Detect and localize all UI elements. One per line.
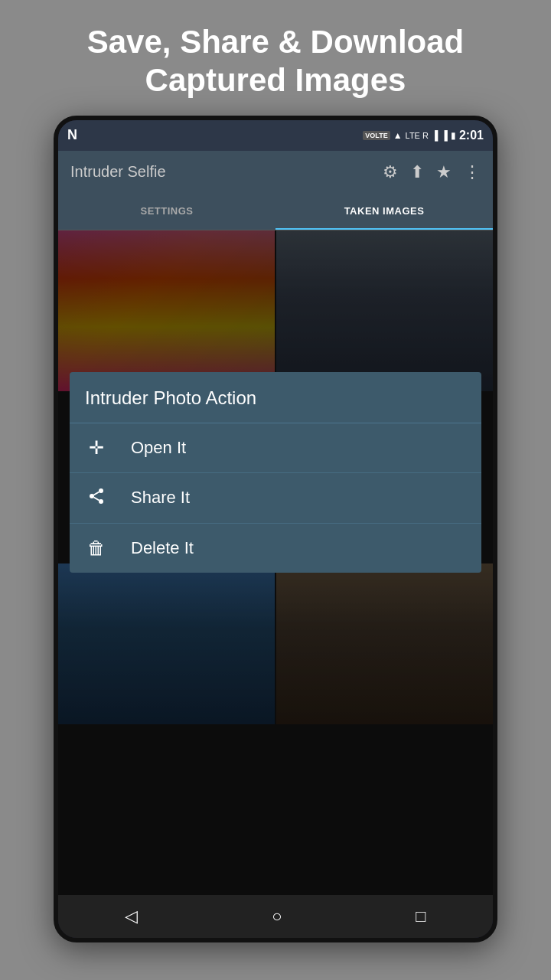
svg-line-4 <box>94 492 99 495</box>
delete-label: Delete It <box>131 538 194 558</box>
volte-badge: VOLTE <box>363 131 390 140</box>
more-icon[interactable]: ⋮ <box>464 162 481 182</box>
status-bar: N VOLTE ▲ LTE R ▐ ▐ ▮ 2:01 <box>58 120 493 151</box>
action-dialog: Intruder Photo Action ✛ Open It <box>70 372 481 573</box>
svg-line-3 <box>94 497 99 500</box>
wifi-icon: ▲ <box>393 130 403 141</box>
settings-icon[interactable]: ⚙ <box>383 162 398 182</box>
open-label: Open It <box>131 438 186 458</box>
recents-button[interactable]: □ <box>400 900 441 933</box>
app-bar: Intruder Selfie ⚙ ⬆ ★ ⋮ <box>58 151 493 194</box>
star-icon[interactable]: ★ <box>436 162 452 182</box>
notification-icon: N <box>67 127 77 143</box>
back-button[interactable]: ◁ <box>109 900 153 933</box>
phone-mockup: N VOLTE ▲ LTE R ▐ ▐ ▮ 2:01 Intruder Self… <box>54 116 497 942</box>
dialog-title: Intruder Photo Action <box>70 372 481 423</box>
nav-bar: ◁ ○ □ <box>58 895 493 938</box>
dialog-item-open[interactable]: ✛ Open It <box>70 423 481 473</box>
tab-taken-images[interactable]: TAKEN IMAGES <box>276 194 493 230</box>
delete-trash-icon: 🗑 <box>85 537 108 559</box>
dialog-item-share[interactable]: Share It <box>70 473 481 524</box>
svg-point-0 <box>99 488 103 493</box>
open-icon: ✛ <box>85 437 108 459</box>
page-header-title: Save, Share & Download Captured Images <box>0 0 551 116</box>
share-action-icon <box>85 487 108 509</box>
share-icon[interactable]: ⬆ <box>410 162 424 182</box>
app-title: Intruder Selfie <box>70 163 370 181</box>
tab-settings[interactable]: SETTINGS <box>58 194 276 230</box>
svg-point-1 <box>90 494 94 498</box>
phone-content: Intruder Selfie ⚙ ⬆ ★ ⋮ SETTINGS TAKEN I… <box>58 151 493 938</box>
svg-point-2 <box>99 499 103 504</box>
lte-label: LTE R <box>406 131 429 140</box>
signal-icon-2: ▐ <box>441 130 448 141</box>
status-time: 2:01 <box>459 129 484 142</box>
share-label: Share It <box>131 488 190 508</box>
dialog-item-delete[interactable]: 🗑 Delete It <box>70 524 481 573</box>
home-button[interactable]: ○ <box>256 900 297 933</box>
signal-icon: ▐ <box>432 130 439 141</box>
tab-bar: SETTINGS TAKEN IMAGES <box>58 194 493 230</box>
battery-icon: ▮ <box>451 130 456 141</box>
